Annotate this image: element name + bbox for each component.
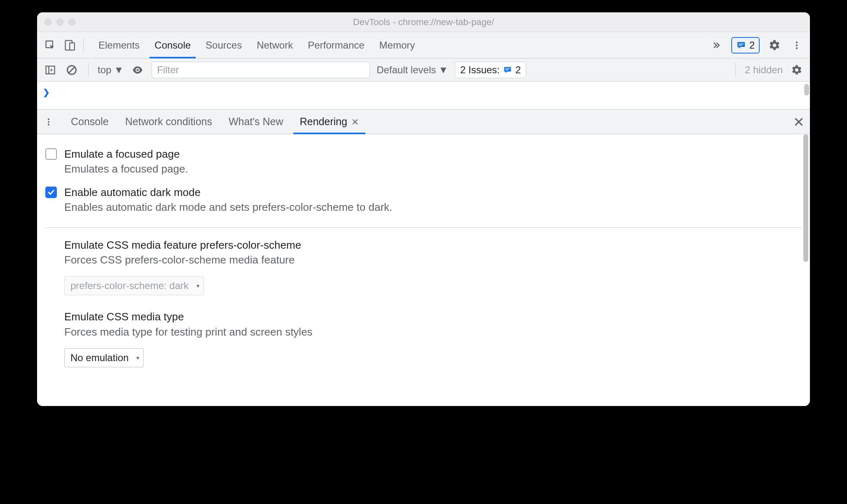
section-label: Emulate CSS media type <box>64 309 802 324</box>
hidden-messages[interactable]: 2 hidden <box>745 64 783 76</box>
checkbox-emulate-focused[interactable] <box>45 148 57 160</box>
scrollbar-thumb[interactable] <box>804 84 809 96</box>
svg-rect-13 <box>505 68 510 69</box>
svg-point-5 <box>796 41 798 43</box>
toolbar-right: 2 <box>709 37 804 54</box>
window-title: DevTools - chrome://new-tab-page/ <box>353 17 494 28</box>
option-description: Emulates a focused page. <box>64 161 188 176</box>
log-level-selector[interactable]: Default levels ▼ <box>377 64 448 76</box>
tab-console[interactable]: Console <box>154 32 191 58</box>
context-value: top <box>98 64 111 76</box>
tab-memory[interactable]: Memory <box>379 32 415 58</box>
issues-count: 2 <box>749 40 755 51</box>
chevron-down-icon: ▼ <box>114 64 124 76</box>
separator <box>83 38 84 53</box>
close-drawer-icon[interactable] <box>793 117 804 127</box>
svg-point-16 <box>48 121 49 122</box>
console-body[interactable]: ❯ <box>37 82 810 110</box>
svg-point-15 <box>48 118 49 120</box>
drawer-tab-console[interactable]: Console <box>71 110 109 134</box>
chevron-down-icon: ▼ <box>438 64 448 76</box>
section-media-type: Emulate CSS media type Forces media type… <box>45 309 802 367</box>
issues-counter[interactable]: 2 Issues: 2 <box>455 62 526 78</box>
tab-elements[interactable]: Elements <box>98 32 140 58</box>
console-settings-icon[interactable] <box>789 63 804 77</box>
filter-input[interactable] <box>152 62 370 78</box>
select-prefers-color-scheme[interactable]: prefers-color-scheme: dark ▾ <box>64 276 204 295</box>
drawer-tabs: Console Network conditions What's New Re… <box>37 110 810 134</box>
tab-network[interactable]: Network <box>257 32 293 58</box>
kebab-menu-icon[interactable] <box>789 38 804 53</box>
settings-icon[interactable] <box>767 38 782 53</box>
svg-rect-3 <box>739 44 744 44</box>
titlebar: DevTools - chrome://new-tab-page/ <box>37 12 810 32</box>
option-description: Enables automatic dark mode and sets pre… <box>64 200 392 215</box>
select-media-type[interactable]: No emulation ▾ <box>64 348 144 367</box>
svg-point-12 <box>137 69 139 71</box>
option-label: Enable automatic dark mode <box>64 185 392 200</box>
separator <box>735 63 736 77</box>
drawer-tab-whats-new[interactable]: What's New <box>229 110 283 134</box>
svg-rect-4 <box>739 45 742 46</box>
issues-count: 2 <box>515 64 521 76</box>
chevron-down-icon: ▾ <box>197 282 199 289</box>
device-toolbar-icon[interactable] <box>62 38 77 53</box>
checkbox-auto-dark-mode[interactable] <box>45 187 57 198</box>
separator <box>88 63 89 77</box>
section-label: Emulate CSS media feature prefers-color-… <box>64 238 802 252</box>
inspect-element-icon[interactable] <box>43 38 58 53</box>
section-prefers-color-scheme: Emulate CSS media feature prefers-color-… <box>45 238 802 296</box>
console-toolbar: top ▼ Default levels ▼ 2 Issues: 2 2 hid… <box>37 58 810 82</box>
levels-label: Default levels <box>377 64 436 76</box>
svg-point-6 <box>796 44 798 46</box>
message-icon <box>736 40 746 50</box>
prompt-icon: ❯ <box>43 87 50 97</box>
message-icon <box>503 65 512 75</box>
svg-line-11 <box>69 67 75 73</box>
svg-point-7 <box>796 47 798 49</box>
divider <box>45 227 802 228</box>
close-window-button[interactable] <box>44 19 51 26</box>
select-value: prefers-color-scheme: dark <box>70 280 189 292</box>
live-expression-icon[interactable] <box>130 63 145 77</box>
drawer-tab-label: Rendering <box>300 116 347 128</box>
option-auto-dark-mode: Enable automatic dark mode Enables autom… <box>45 181 802 219</box>
minimize-window-button[interactable] <box>56 19 63 26</box>
select-value: No emulation <box>70 352 129 364</box>
close-tab-icon[interactable] <box>351 118 359 126</box>
svg-point-17 <box>48 124 49 125</box>
clear-console-icon[interactable] <box>64 63 79 77</box>
section-description: Forces CSS prefers-color-scheme media fe… <box>64 252 802 267</box>
option-label: Emulate a focused page <box>64 147 188 161</box>
drawer-menu-icon[interactable] <box>43 117 54 126</box>
tab-performance[interactable]: Performance <box>308 32 364 58</box>
toggle-sidebar-icon[interactable] <box>43 63 58 77</box>
chevron-down-icon: ▾ <box>136 355 139 361</box>
drawer-tab-network-conditions[interactable]: Network conditions <box>125 110 212 134</box>
drawer-tab-rendering[interactable]: Rendering <box>300 110 359 134</box>
more-tabs-icon[interactable] <box>709 38 724 53</box>
issues-badge[interactable]: 2 <box>731 37 760 54</box>
maximize-window-button[interactable] <box>68 19 75 26</box>
svg-rect-8 <box>46 66 55 74</box>
main-tabs: Elements Console Sources Network Perform… <box>90 32 705 58</box>
tab-sources[interactable]: Sources <box>206 32 242 58</box>
svg-rect-2 <box>70 43 75 50</box>
rendering-panel: Emulate a focused page Emulates a focuse… <box>37 134 810 406</box>
context-selector[interactable]: top ▼ <box>98 64 124 76</box>
option-emulate-focused: Emulate a focused page Emulates a focuse… <box>45 142 802 181</box>
issues-label: 2 Issues: <box>460 64 500 76</box>
main-toolbar: Elements Console Sources Network Perform… <box>37 32 810 58</box>
scrollbar-thumb[interactable] <box>803 134 808 262</box>
devtools-window: DevTools - chrome://new-tab-page/ Elemen… <box>37 12 810 406</box>
svg-rect-14 <box>505 70 508 70</box>
traffic-lights <box>37 19 75 26</box>
section-description: Forces media type for testing print and … <box>64 324 802 339</box>
